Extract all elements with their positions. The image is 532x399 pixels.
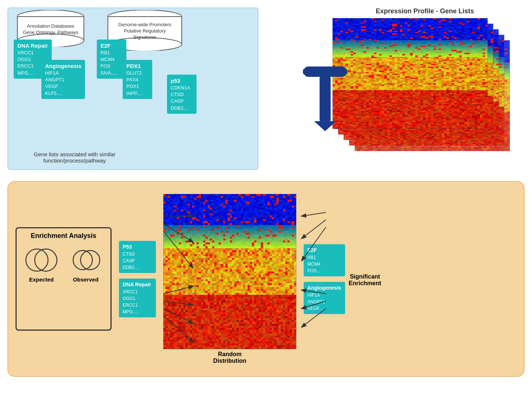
expected-label: Expected	[29, 276, 54, 283]
svg-text:Genome-wide Promoters: Genome-wide Promoters	[118, 22, 172, 27]
arrow-connector	[303, 63, 347, 137]
bottom-heatmap-container: RandomDistribution	[163, 194, 296, 364]
p53-card-bottom: P53 CTSD CASP DDB2....	[119, 241, 156, 273]
venn-diagrams: Expected Observed	[23, 245, 104, 283]
svg-rect-12	[320, 77, 331, 121]
svg-point-16	[26, 249, 48, 271]
gene-lists-caption: Gene lists associated with similarfuncti…	[16, 151, 134, 164]
observed-label: Observed	[73, 276, 98, 283]
svg-marker-15	[344, 66, 347, 77]
enrichment-analysis-box: Enrichment Analysis Expected	[16, 227, 112, 331]
angiogenesis-card: Angiogenesis HIF1A ANGPT1 VEGF KLF5....	[41, 60, 85, 99]
expected-venn-svg	[23, 245, 60, 275]
heatmap-title: Expression Profile - Gene Lists	[332, 7, 517, 15]
svg-rect-11	[307, 66, 344, 77]
svg-marker-14	[303, 66, 307, 77]
pdx1-card: PDX1 GLUT2 PAX4 PDX1 IAPP....	[123, 60, 152, 99]
e2f-card: E2F RB1 MCM4 FOS SIVA.....	[97, 40, 126, 79]
svg-text:Gene Ontology, Pathways: Gene Ontology, Pathways	[23, 30, 79, 35]
bottom-left-cards: P53 CTSD CASP DDB2.... DNA Repair XRCC1 …	[119, 241, 156, 317]
heatmap-stack	[332, 18, 517, 158]
observed-venn-svg	[67, 245, 104, 275]
e2f-card-bottom: E2F RB1 MCM4 FOS...	[304, 244, 345, 276]
svg-marker-13	[314, 121, 336, 131]
bottom-content: Enrichment Analysis Expected	[16, 189, 516, 369]
random-distribution-label: RandomDistribution	[163, 351, 296, 364]
bottom-heatmap-canvas	[163, 194, 296, 349]
svg-line-28	[302, 220, 326, 238]
expected-venn: Expected	[23, 245, 60, 283]
dna-repair-card-bottom: DNA Repair XRCC1 OGG1 ERCC1 MPG....	[119, 279, 156, 317]
right-panel: Expression Profile - Gene Lists	[332, 7, 517, 170]
svg-text:Annotation Databases: Annotation Databases	[27, 23, 74, 29]
svg-text:Signatures: Signatures	[133, 34, 157, 40]
svg-text:Putative Regulatory: Putative Regulatory	[124, 28, 166, 34]
significant-enrichment-label: SignificantEnrichment	[349, 272, 381, 287]
bottom-section: Enrichment Analysis Expected	[7, 181, 525, 377]
enrichment-title: Enrichment Analysis	[31, 232, 96, 240]
left-panel: Annotation Databases Gene Ontology, Path…	[7, 7, 259, 170]
svg-point-17	[35, 249, 57, 271]
main-container: Annotation Databases Gene Ontology, Path…	[0, 0, 532, 399]
observed-venn: Observed	[67, 245, 104, 283]
bottom-right-cards: E2F RB1 MCM4 FOS... Angiogenesis HIF1A A…	[304, 244, 345, 314]
top-section: Annotation Databases Gene Ontology, Path…	[7, 7, 525, 177]
angiogenesis-card-bottom: Angiogenesis HIF1A ANGPT1 VEGF.....	[304, 282, 345, 314]
svg-line-27	[302, 212, 326, 216]
heatmap-layer-1	[332, 18, 488, 129]
p53-card-top: p53 CDKN1A CTSD CASP DDB2....	[167, 75, 197, 114]
